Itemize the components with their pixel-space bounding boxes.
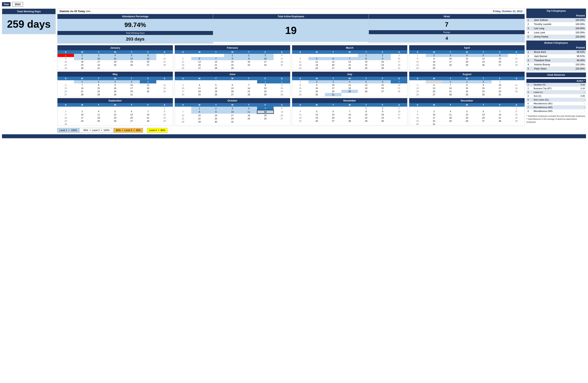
cal-day: 19 — [475, 60, 492, 63]
total-working-days-value: 259 days — [6, 18, 51, 30]
cal-day: 9 — [241, 57, 257, 60]
bottom5-col-present-header: Present — [566, 45, 586, 50]
bottom5-name-2: Jack Banner — [533, 54, 565, 58]
cal-day: 13 — [58, 87, 74, 90]
cal-day: 8 — [257, 83, 274, 87]
cal-day: 29 — [224, 67, 241, 70]
cal-day: 8 — [508, 110, 525, 113]
cal-day: 25 — [140, 90, 156, 93]
used-absences-table: Av/Em * 1 Vacation (V) 0.16 2 Business T… — [526, 79, 586, 113]
cal-day: 22 — [58, 63, 74, 67]
cal-day: 24 — [426, 119, 442, 123]
cal-day: 15 — [459, 87, 475, 90]
calendar-july: July SMTWTFS 1 2 3 4 5 6 7 8 9 — [292, 72, 408, 96]
cal-day: 16 — [274, 87, 290, 90]
cal-day: 31 — [426, 123, 442, 126]
cal-day: 14 — [175, 114, 191, 117]
legend-level4: Level 4 < 80% — [147, 128, 168, 133]
top5-present-2: 100.00% — [566, 22, 586, 26]
bottom5-present-1: 98.52% — [566, 50, 586, 54]
cal-day: 6 — [475, 110, 492, 113]
cal-day: 14 — [156, 57, 173, 60]
cal-day: 12 — [459, 113, 475, 116]
cal-day: 2 — [274, 80, 290, 83]
cal-day: 6 — [274, 107, 290, 110]
legend-l4-lt: < — [158, 129, 159, 132]
legend-l3-label: Level 3 — [125, 129, 132, 132]
year-value[interactable]: 2012 — [12, 2, 23, 7]
hired-value: 7 — [369, 19, 525, 30]
cal-day: 1 — [156, 107, 173, 110]
cal-day: 21 — [508, 60, 525, 63]
absence-val-2: 0.16 — [568, 87, 586, 90]
cal-day: 25 — [341, 90, 358, 93]
cal-day: 13 — [475, 113, 492, 116]
cal-day: 25 — [292, 67, 309, 70]
cal-day: 17 — [123, 87, 140, 90]
bottom5-rank-2: 2 — [526, 54, 533, 58]
cal-day: 11 — [241, 110, 257, 114]
cal-day: 30 — [409, 123, 426, 126]
cal-day: 8 — [292, 83, 309, 87]
cal-day: 27 — [325, 119, 341, 123]
bottom5-rank-3: 3 — [526, 58, 533, 63]
cal-day: 9 — [107, 83, 123, 87]
cal-day: 22 — [508, 116, 525, 119]
cal-day: 18 — [292, 63, 309, 67]
cal-day: 16 — [58, 116, 74, 119]
cal-day: 21 — [241, 90, 257, 93]
cal-day: 8 — [358, 110, 375, 113]
cal-day: 23 — [74, 63, 90, 67]
cal-day: 22 — [257, 90, 274, 93]
calendar-january: January SMTWTFS 1 2 3 4 5 6 7 8 9 — [57, 45, 173, 70]
cal-day: 19 — [358, 87, 375, 90]
legend-level3: 80% < Level 3 < 90% — [114, 128, 143, 133]
top5-present-3: 100.00% — [566, 26, 586, 31]
cal-day: 13 — [325, 60, 341, 63]
cal-day: 9 — [308, 83, 325, 87]
cal-day: 30 — [475, 93, 492, 96]
resign-value: 4 — [369, 34, 525, 42]
cal-day: 4 — [341, 80, 358, 83]
cal-day: 22 — [191, 117, 208, 120]
cal-day: 20 — [58, 90, 74, 93]
cal-day: 15 — [257, 87, 274, 90]
absence-row-5: 5 Sick Leave (SL) - — [526, 98, 586, 102]
total-working-days-panel: Total Working Days 259 days — [2, 9, 56, 34]
cal-day: 29 — [90, 93, 107, 96]
absence-name-5: Sick Leave (SL) — [532, 98, 568, 102]
calendar-december: December SMTWTFS 1 2 3 4 5 6 7 8 — [409, 98, 525, 126]
absence-name-7: Miscellaneous (M2) — [532, 105, 568, 109]
cal-day: 2 — [74, 54, 90, 57]
top5-present-4: 100.00% — [566, 31, 586, 35]
cal-day: 30 — [375, 119, 391, 123]
bottom5-name-3: Theodore Rose — [533, 58, 565, 63]
cal-day: 29 — [459, 93, 475, 96]
cal-day: 6 — [492, 54, 508, 57]
bottom5-present-4: 100.00% — [566, 63, 586, 67]
calendar-march: March SMTWTFS 1 2 3 4 5 6 7 8 — [292, 45, 408, 70]
cal-day: 13 — [191, 60, 208, 63]
cal-day: 6 — [375, 80, 391, 83]
cal-day: 3 — [325, 80, 341, 83]
cal-day: 16 — [426, 60, 442, 63]
cal-day: 8 — [409, 57, 426, 60]
cal-day: 14 — [74, 87, 90, 90]
cal-day: 20 — [375, 87, 391, 90]
cal-day: 5 — [257, 107, 274, 110]
cal-day: 7 — [175, 110, 191, 114]
absence-val-1: 0.16 — [568, 83, 586, 87]
cal-day: 30 — [107, 93, 123, 96]
cal-day: 16 — [208, 114, 224, 117]
bottom5-section: Bottom 5 Employees Present 1 Bruce Kent … — [526, 40, 586, 71]
attendance-value: 99.74% — [58, 19, 213, 31]
cal-day: 15 — [156, 113, 173, 116]
bottom5-row-3: 3 Theodore Rose 99.26% — [526, 58, 586, 63]
cal-day: 30 — [58, 123, 74, 126]
cal-day: 24 — [391, 63, 407, 67]
absence-val-6: - — [568, 102, 586, 105]
cal-day: 21 — [175, 117, 191, 120]
hired-label: Hired — [369, 14, 525, 19]
cal-day: 21 — [140, 116, 156, 119]
cal-day: 24 — [492, 90, 508, 93]
